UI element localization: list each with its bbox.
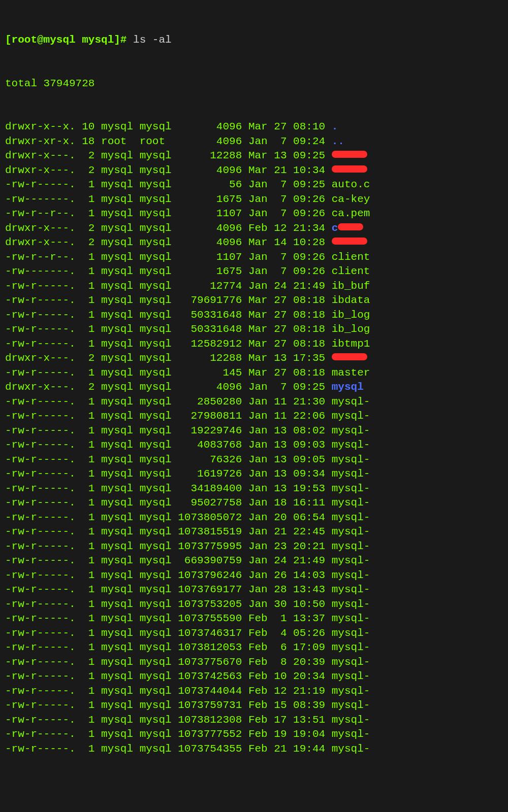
file-meta: -rw-r-----. 1 mysql mysql 4083768 Jan 13… xyxy=(5,439,332,451)
prompt-line: [root@mysql mysql]# ls -al xyxy=(5,33,503,48)
file-name: mysql- xyxy=(332,728,370,740)
file-meta: -rw-------. 1 mysql mysql 1675 Jan 7 09:… xyxy=(5,265,332,277)
list-item: -rw-r-----. 1 mysql mysql 1073796246 Jan… xyxy=(5,568,503,583)
file-name: master xyxy=(332,367,370,379)
file-meta: -rw-r-----. 1 mysql mysql 27980811 Jan 1… xyxy=(5,410,332,422)
file-name: mysql- xyxy=(332,613,370,624)
file-name: mysql- xyxy=(332,685,370,697)
file-meta: -rw-r-----. 1 mysql mysql 34189400 Jan 1… xyxy=(5,483,332,494)
file-meta: -rw-r-----. 1 mysql mysql 669390759 Jan … xyxy=(5,555,332,566)
file-meta: -rw-r-----. 1 mysql mysql 56 Jan 7 09:25 xyxy=(5,179,332,190)
file-name: mysql- xyxy=(332,497,370,509)
file-name: mysql- xyxy=(332,396,370,408)
list-item: -rw-r-----. 1 mysql mysql 1073812308 Feb… xyxy=(5,713,503,728)
list-item: -rw-r-----. 1 mysql mysql 79691776 Mar 2… xyxy=(5,293,503,308)
list-item: -rw-r-----. 1 mysql mysql 1073742563 Feb… xyxy=(5,669,503,684)
redaction-mark xyxy=(332,151,367,158)
list-item: -rw-r-----. 1 mysql mysql 669390759 Jan … xyxy=(5,554,503,568)
list-item: -rw-r-----. 1 mysql mysql 76326 Jan 13 0… xyxy=(5,453,503,467)
ls-listing: drwxr-x--x. 10 mysql mysql 4096 Mar 27 0… xyxy=(5,120,503,756)
list-item: -rw-r--r--. 1 mysql mysql 1107 Jan 7 09:… xyxy=(5,250,503,265)
file-name: mysql- xyxy=(332,555,370,566)
file-name: mysql- xyxy=(332,699,370,711)
file-meta: -rw-r-----. 1 mysql mysql 1073805072 Jan… xyxy=(5,512,332,523)
file-name: mysql xyxy=(332,381,364,393)
file-meta: -rw-r-----. 1 mysql mysql 1073746317 Feb… xyxy=(5,627,332,639)
list-item: -rw-r-----. 1 mysql mysql 1073815519 Jan… xyxy=(5,525,503,539)
shell-prompt: [root@mysql mysql]# xyxy=(5,34,133,46)
list-item: -rw-------. 1 mysql mysql 1675 Jan 7 09:… xyxy=(5,264,503,279)
file-name: client xyxy=(332,251,370,263)
file-meta: -rw-r-----. 1 mysql mysql 76326 Jan 13 0… xyxy=(5,454,332,465)
file-name: . xyxy=(332,121,338,132)
list-item: drwxr-x---. 2 mysql mysql 12288 Mar 13 1… xyxy=(5,351,503,366)
list-item: drwxr-x---. 2 mysql mysql 4096 Mar 21 10… xyxy=(5,163,503,178)
file-name: mysql- xyxy=(332,410,370,422)
file-meta: -rw-r-----. 1 mysql mysql 19229746 Jan 1… xyxy=(5,425,332,436)
file-name: mysql- xyxy=(332,627,370,639)
file-meta: -rw-r-----. 1 mysql mysql 1073742563 Feb… xyxy=(5,670,332,682)
file-meta: drwxr-x---. 2 mysql mysql 4096 Jan 7 09:… xyxy=(5,381,332,393)
file-name: ca-key xyxy=(332,193,370,205)
file-meta: -rw-r-----. 1 mysql mysql 12582912 Mar 2… xyxy=(5,338,332,350)
file-meta: -rw-r-----. 1 mysql mysql 1073753205 Jan… xyxy=(5,598,332,610)
file-name: mysql- xyxy=(332,483,370,494)
file-meta: -rw-r-----. 1 mysql mysql 50331648 Mar 2… xyxy=(5,309,332,321)
file-meta: -rw-r-----. 1 mysql mysql 1073755590 Feb… xyxy=(5,613,332,624)
file-name: mysql- xyxy=(332,584,370,595)
file-name: mysql- xyxy=(332,540,370,552)
file-meta: -rw-r-----. 1 mysql mysql 50331648 Mar 2… xyxy=(5,323,332,335)
file-meta: drwxr-x---. 2 mysql mysql 12288 Mar 13 1… xyxy=(5,352,332,364)
list-item: -rw-r-----. 1 mysql mysql 1073775995 Jan… xyxy=(5,539,503,554)
file-meta: -rw-r-----. 1 mysql mysql 1073759731 Feb… xyxy=(5,699,332,711)
file-meta: drwxr-xr-x. 18 root root 4096 Jan 7 09:2… xyxy=(5,136,332,147)
file-name: ca.pem xyxy=(332,208,370,219)
redaction-mark xyxy=(332,165,367,173)
file-meta: -rw-r-----. 1 mysql mysql 1073775995 Jan… xyxy=(5,540,332,552)
list-item: -rw-r-----. 1 mysql mysql 1073769177 Jan… xyxy=(5,583,503,597)
file-meta: -rw-r-----. 1 mysql mysql 2850280 Jan 11… xyxy=(5,396,332,408)
file-meta: drwxr-x--x. 10 mysql mysql 4096 Mar 27 0… xyxy=(5,121,332,132)
file-name: mysql- xyxy=(332,714,370,726)
list-item: -rw-r-----. 1 mysql mysql 12582912 Mar 2… xyxy=(5,337,503,352)
list-item: -rw-r-----. 1 mysql mysql 50331648 Mar 2… xyxy=(5,322,503,337)
shell-command: ls -al xyxy=(133,34,172,46)
list-item: -rw-r-----. 1 mysql mysql 1073812053 Feb… xyxy=(5,640,503,655)
file-meta: -rw-r-----. 1 mysql mysql 1073796246 Jan… xyxy=(5,569,332,581)
file-name: mysql- xyxy=(332,656,370,668)
list-item: -rw-r-----. 1 mysql mysql 56 Jan 7 09:25… xyxy=(5,178,503,192)
file-meta: -rw-r-----. 1 mysql mysql 1073812308 Feb… xyxy=(5,714,332,726)
file-name: auto.c xyxy=(332,179,370,190)
file-name: mysql- xyxy=(332,569,370,581)
file-name: mysql- xyxy=(332,425,370,436)
list-item: -rw-r-----. 1 mysql mysql 50331648 Mar 2… xyxy=(5,308,503,323)
file-name: mysql- xyxy=(332,468,370,480)
list-item: -rw-r-----. 1 mysql mysql 27980811 Jan 1… xyxy=(5,409,503,424)
file-meta: -rw-r-----. 1 mysql mysql 1073775670 Feb… xyxy=(5,656,332,668)
file-meta: -rw-r-----. 1 mysql mysql 1073815519 Jan… xyxy=(5,526,332,537)
file-name: ib_log xyxy=(332,323,370,335)
list-item: -rw-r-----. 1 mysql mysql 19229746 Jan 1… xyxy=(5,424,503,438)
file-meta: -rw-------. 1 mysql mysql 1675 Jan 7 09:… xyxy=(5,193,332,205)
list-item: -rw-r-----. 1 mysql mysql 1073755590 Feb… xyxy=(5,612,503,626)
list-item: -rw-r-----. 1 mysql mysql 12774 Jan 24 2… xyxy=(5,279,503,294)
file-name: mysql- xyxy=(332,670,370,682)
list-item: drwxr-x--x. 10 mysql mysql 4096 Mar 27 0… xyxy=(5,120,503,134)
list-item: drwxr-x---. 2 mysql mysql 12288 Mar 13 0… xyxy=(5,149,503,163)
file-meta: -rw-r-----. 1 mysql mysql 1073769177 Jan… xyxy=(5,584,332,595)
list-item: -rw-r-----. 1 mysql mysql 1073754355 Feb… xyxy=(5,742,503,757)
list-item: drwxr-x---. 2 mysql mysql 4096 Jan 7 09:… xyxy=(5,380,503,395)
file-name: mysql- xyxy=(332,743,370,755)
file-meta: -rw-r-----. 1 mysql mysql 1073777552 Feb… xyxy=(5,728,332,740)
list-item: -rw-r-----. 1 mysql mysql 95027758 Jan 1… xyxy=(5,496,503,511)
file-name: ib_log xyxy=(332,309,370,321)
list-item: -rw-r-----. 1 mysql mysql 1073759731 Feb… xyxy=(5,698,503,713)
file-name: mysql- xyxy=(332,526,370,537)
file-meta: drwxr-x---. 2 mysql mysql 4096 Feb 12 21… xyxy=(5,222,332,234)
list-item: -rw-r-----. 1 mysql mysql 1073744044 Feb… xyxy=(5,684,503,699)
file-meta: -rw-r-----. 1 mysql mysql 79691776 Mar 2… xyxy=(5,294,332,306)
terminal-output[interactable]: [root@mysql mysql]# ls -al total 3794972… xyxy=(0,0,508,775)
list-item: -rw-r-----. 1 mysql mysql 1073753205 Jan… xyxy=(5,597,503,612)
file-meta: -rw-r-----. 1 mysql mysql 1073744044 Feb… xyxy=(5,685,332,697)
file-name: ibdata xyxy=(332,294,370,306)
